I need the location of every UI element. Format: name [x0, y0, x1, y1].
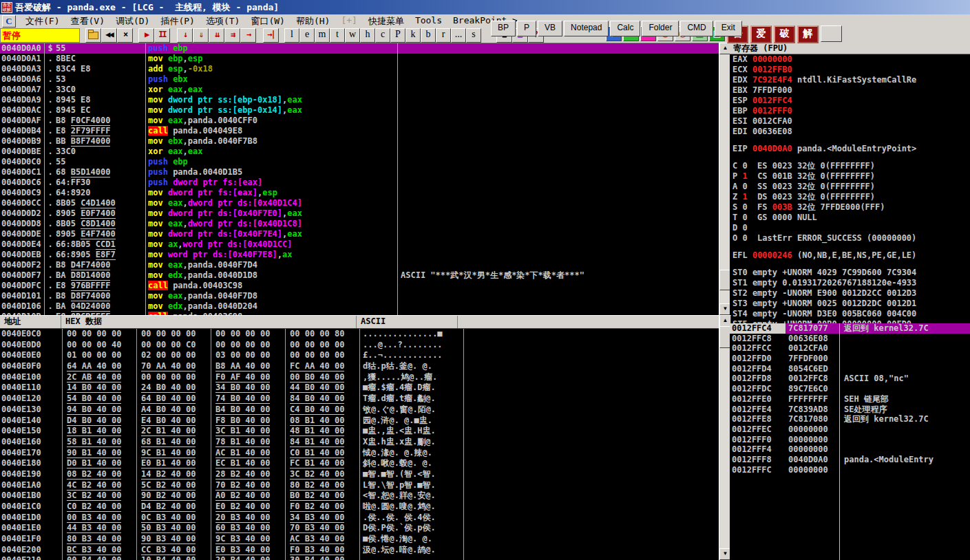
stack-row[interactable]: 0012FFDC89C7E6C0 — [730, 384, 970, 394]
dump-row[interactable]: 0040E1B03C B2 40 0090 B2 40 00A0 B2 40 0… — [0, 491, 719, 502]
disasm-row[interactable]: 0040D106.BA 04D24000mov edx,panda.0040D2… — [0, 301, 719, 312]
menu-item[interactable]: 帮助(H) — [291, 15, 335, 28]
pane-button-m[interactable]: m — [315, 28, 330, 43]
dump-row[interactable]: 0040E1C0C0 B2 40 00D4 B2 40 00E0 B2 40 0… — [0, 502, 719, 513]
quick-button-p[interactable]: P — [517, 21, 536, 36]
dump-row[interactable]: 0040E0F064 AA 40 0070 AA 40 00B8 AA 40 0… — [0, 361, 719, 372]
disasm-row[interactable]: 0040D0BE.33C0xor eax,eax — [0, 147, 719, 157]
pane-button-s[interactable]: s — [466, 28, 481, 43]
menu-item[interactable]: 快捷菜单 — [363, 15, 410, 28]
dump-row[interactable]: 0040E1002C AB 40 0000 00 00 00F0 AF 40 0… — [0, 372, 719, 383]
stack-row[interactable]: 0012FFE87C817080返回到 kernel32.7C — [730, 414, 970, 424]
step-over-button[interactable]: ⇓ — [193, 28, 209, 43]
pane-button-...[interactable]: ... — [451, 28, 466, 43]
animate-over-button[interactable]: ⇉ — [224, 28, 240, 43]
stack-row[interactable]: 0012FFD48054C6ED — [730, 364, 970, 374]
mdi-child-icon[interactable]: C — [2, 15, 16, 28]
dump-row[interactable]: 0040E13094 B0 40 00A4 B0 40 00B4 B0 40 0… — [0, 405, 719, 416]
menu-item[interactable]: 插件(P) — [155, 15, 200, 28]
register-row[interactable]: ESI 0012CFA0 — [730, 116, 970, 127]
stack-row[interactable]: 0012FFD07FFDF000 — [730, 354, 970, 364]
dump-row[interactable]: 0040E0D000 00 00 4000 00 00 C000 00 00 0… — [0, 340, 719, 351]
register-row[interactable]: EFL 00000246 (NO,NB,E,BE,NS,PE,GE,LE) — [730, 250, 970, 261]
pane-button-w[interactable]: w — [345, 28, 360, 43]
dump-row[interactable]: 0040E1A04C B2 40 005C B2 40 0070 B2 40 0… — [0, 480, 719, 491]
menu-item[interactable]: 文件(F) — [20, 15, 65, 28]
register-row[interactable]: P 1 CS 001B 32位 0(FFFFFFFF) — [730, 171, 970, 182]
menu-item[interactable]: Tools — [410, 15, 447, 28]
quick-button-vb[interactable]: VB — [538, 21, 562, 36]
disasm-row[interactable]: 0040D0A6.53push ebx — [0, 74, 719, 85]
disasm-row[interactable]: 0040D0C0.55push ebp — [0, 157, 719, 167]
pane-button-r[interactable]: r — [436, 28, 451, 43]
quick-button-folder[interactable]: Folder — [642, 21, 679, 36]
register-row[interactable]: EBX 7FFDF000 — [730, 85, 970, 96]
disasm-row[interactable]: 0040D0DE.8905 E4F7400mov dword ptr ds:[0… — [0, 229, 719, 239]
brand-button-2[interactable]: 爱 — [750, 25, 772, 43]
register-row[interactable]: ST3 empty +UNORM 0025 0012D2DC 0012D1 — [730, 299, 970, 309]
goto-button[interactable]: →| — [263, 28, 279, 43]
dump-row[interactable]: 0040E1D000 B3 40 000C B3 40 0020 B3 40 0… — [0, 513, 719, 524]
registers-pane[interactable]: 寄存器 (FPU) EAX 00000000ECX 0012FFB0EDX 7C… — [730, 43, 970, 323]
dump-row[interactable]: 0040E12054 B0 40 0064 B0 40 0074 B0 40 0… — [0, 394, 719, 405]
memory-dump-pane[interactable]: 地址 HEX 数据 ASCII 0040E0C000 00 00 0000 00… — [0, 315, 719, 560]
disasm-row[interactable]: 0040D0E4.66:8B05 CCD1mov ax,word ptr ds:… — [0, 239, 719, 250]
stack-row[interactable]: 0012FFE0FFFFFFFFSEH 链尾部 — [730, 394, 970, 405]
disasm-row[interactable]: 0040D0B9.BB B8F74000mov ebx,panda.0040F7… — [0, 136, 719, 147]
dump-row[interactable]: 0040E21000 B4 40 0010 B4 40 0020 B4 40 0… — [0, 555, 719, 560]
quick-button-calc[interactable]: Calc — [610, 21, 640, 36]
brand-button-4[interactable]: 解 — [797, 25, 819, 43]
disasm-row[interactable]: 0040D0EB.66:8905 E8F7mov word ptr ds:[0x… — [0, 250, 719, 260]
disasm-row[interactable]: 0040D0C6.64:FF30push dword ptr fs:[eax] — [0, 177, 719, 188]
menu-item[interactable]: [+] — [335, 15, 362, 28]
open-file-button[interactable] — [85, 28, 101, 43]
register-row[interactable]: S 0 FS 003B 32位 7FFDE000(FFF) — [730, 202, 970, 213]
disasm-row[interactable]: 0040D0A0$55push ebp — [0, 43, 719, 54]
dump-row[interactable]: 0040E17090 B1 40 009C B1 40 00AC B1 40 0… — [0, 448, 719, 459]
pane-button-b[interactable]: b — [421, 28, 436, 43]
dump-row[interactable]: 0040E15018 B1 40 002C B1 40 003C B1 40 0… — [0, 426, 719, 437]
menu-item[interactable]: 调试(D) — [110, 15, 155, 28]
step-into-button[interactable]: ↓ — [177, 28, 193, 43]
menu-item[interactable]: 选项(T) — [200, 15, 245, 28]
dump-scrollbar[interactable]: ▲ ▼ — [719, 315, 730, 560]
register-row[interactable]: C 0 ES 0023 32位 0(FFFFFFFF) — [730, 161, 970, 171]
stack-row[interactable]: 0012FFFC00000000 — [730, 465, 970, 475]
dump-row[interactable]: 0040E0E001 00 00 0002 00 00 0003 00 00 0… — [0, 350, 719, 361]
stack-row[interactable]: 0012FFEC00000000 — [730, 424, 970, 435]
pane-button-t[interactable]: t — [330, 28, 345, 43]
disasm-row[interactable]: 0040D0A1.8BECmov ebp,esp — [0, 54, 719, 64]
disasm-row[interactable]: 0040D0AC.8945 ECmov dword ptr ss:[ebp-0x… — [0, 105, 719, 116]
blank-button[interactable] — [821, 25, 842, 42]
stack-pane[interactable]: 0012FFC47C817077返回到 kernel32.7C0012FFC80… — [730, 323, 970, 560]
register-row[interactable]: EAX 00000000 — [730, 54, 970, 65]
dump-row[interactable]: 0040E140D4 B0 40 00E4 B0 40 00F8 B0 40 0… — [0, 416, 719, 427]
dump-row[interactable]: 0040E200BC B3 40 00CC B3 40 00E0 B3 40 0… — [0, 545, 719, 556]
dump-row[interactable]: 0040E180D0 B1 40 00E0 B1 40 00EC B1 40 0… — [0, 458, 719, 469]
dump-row[interactable]: 0040E1F080 B3 40 0090 B3 40 009C B3 40 0… — [0, 534, 719, 545]
pane-button-l[interactable]: l — [284, 28, 299, 43]
register-row[interactable]: O 0 LastErr ERROR_SUCCESS (00000000) — [730, 233, 970, 244]
stack-row[interactable]: 0012FFCC0012CFA0 — [730, 343, 970, 354]
stack-row[interactable]: 0012FFF80040D0A0panda.<ModuleEntry — [730, 455, 970, 465]
stack-row[interactable]: 0012FFF000000000 — [730, 435, 970, 445]
disasm-row[interactable]: 0040D0C9.64:8920mov dword ptr fs:[eax],e… — [0, 188, 719, 198]
disasm-row[interactable]: 0040D0D2.8905 E0F7400mov dword ptr ds:[0… — [0, 208, 719, 219]
until-return-button[interactable]: → — [240, 28, 256, 43]
register-row[interactable]: Z 1 DS 0023 32位 0(FFFFFFFF) — [730, 192, 970, 202]
stack-row[interactable]: 0012FFD80012FFC8ASCII 08,"nc" — [730, 374, 970, 384]
dump-row[interactable]: 0040E19008 B2 40 0014 B2 40 0028 B2 40 0… — [0, 469, 719, 480]
menu-item[interactable]: 窗口(W) — [245, 15, 290, 28]
stack-row[interactable]: 0012FFE47C839AD8SE处理程序 — [730, 405, 970, 415]
disasm-row[interactable]: 0040D0B4.E8 2F79FFFFcall panda.004049E8 — [0, 126, 719, 136]
register-row[interactable]: ST1 empty 0.0193172026767188120e-4933 — [730, 278, 970, 288]
restart-button[interactable]: ◀◀ — [101, 28, 117, 43]
animate-into-button[interactable]: ⇊ — [209, 28, 224, 43]
brand-button-3[interactable]: 破 — [774, 25, 795, 43]
dump-row[interactable]: 0040E1E044 B3 40 0050 B3 40 0060 B3 40 0… — [0, 523, 719, 534]
disasm-row[interactable]: 0040D0C1.68 B5D14000push panda.0040D1B5 — [0, 167, 719, 177]
disasm-row[interactable]: 0040D0F7.BA D8D14000mov edx,panda.0040D1… — [0, 270, 719, 281]
disassembly-scrollbar[interactable]: ▲ ▼ — [719, 43, 730, 315]
pause-button[interactable]: II — [154, 28, 170, 43]
dump-row[interactable]: 0040E11014 B0 40 0024 B0 40 0034 B0 40 0… — [0, 383, 719, 394]
